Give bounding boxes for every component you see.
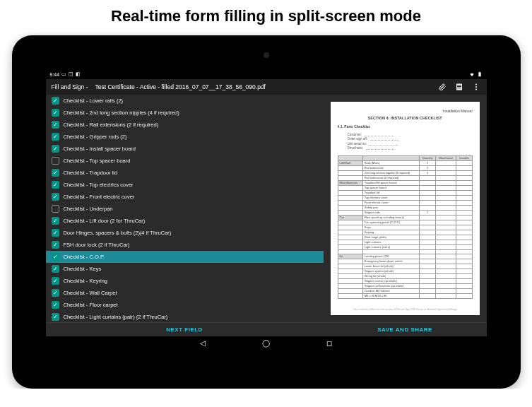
list-item-label: Checklist - Top spacer board bbox=[64, 158, 131, 164]
app-title: Fill and Sign - bbox=[52, 83, 88, 90]
list-item[interactable]: Checklist - Keys bbox=[46, 263, 324, 275]
checkbox[interactable] bbox=[52, 205, 59, 213]
device-screen: 9:44 ▭ ◫ ◧ Fill and Sign - Test Certific… bbox=[46, 69, 487, 349]
svg-rect-4 bbox=[457, 86, 461, 87]
svg-rect-1 bbox=[479, 71, 480, 72]
checkbox[interactable] bbox=[52, 217, 59, 225]
pdf-footer-note: This could be a filled out trial version… bbox=[338, 308, 473, 311]
checkbox[interactable] bbox=[52, 313, 59, 321]
page-caption: Real-time form filling in split-screen m… bbox=[111, 7, 421, 25]
list-item-label: FSH door lock (2 if ThruCar) bbox=[64, 242, 130, 248]
next-field-button[interactable]: NEXT FIELD bbox=[46, 322, 324, 336]
list-item-label: Checklist - Lift door (2 for ThruCar) bbox=[64, 218, 146, 224]
list-item[interactable]: FSH door lock (2 if ThruCar) bbox=[46, 239, 324, 251]
list-item[interactable]: Checklist - Install spacer board bbox=[46, 143, 324, 155]
nav-back-icon[interactable]: ◁ bbox=[200, 339, 206, 347]
list-item[interactable]: Door Hinges, spacers & bolts (2)(4 if Th… bbox=[46, 227, 324, 239]
checkbox[interactable] bbox=[52, 181, 59, 189]
checkbox[interactable] bbox=[52, 301, 59, 309]
checkbox[interactable] bbox=[52, 253, 59, 261]
list-item-label: Checklist - Wall Carpet bbox=[64, 290, 117, 296]
checkbox[interactable] bbox=[52, 121, 59, 129]
checkbox[interactable] bbox=[52, 241, 59, 249]
svg-point-8 bbox=[475, 89, 477, 90]
list-item[interactable]: Checklist - Lower rails (2) bbox=[46, 95, 324, 107]
list-item[interactable]: Checklist - Floor carpet bbox=[46, 299, 324, 311]
list-item[interactable]: Checklist - Top electrics cover bbox=[46, 179, 324, 191]
sync-icon: ◫ bbox=[69, 71, 73, 77]
svg-point-6 bbox=[475, 84, 477, 85]
list-item-label: Checklist - Lower rails (2) bbox=[64, 98, 124, 104]
document-preview-pane: Installation Manual SECTION 4: INSTALLAT… bbox=[324, 95, 487, 336]
list-item[interactable]: Checklist - Rail extensions (2 if requir… bbox=[46, 119, 324, 131]
form-field-list-pane: Checklist - Lower rails (2)Checklist - 2… bbox=[46, 95, 324, 336]
svg-rect-5 bbox=[457, 88, 461, 88]
pdf-parts-table: QuantityWarehouseInstallerLift/ShaftRail… bbox=[338, 155, 473, 299]
list-item-label: Checklist - Keyring bbox=[64, 278, 108, 284]
list-item-label: Checklist - Rail extensions (2 if requir… bbox=[64, 122, 159, 128]
document-title: Test Certificate - Active - filled 2016_… bbox=[95, 83, 430, 90]
android-nav-bar: ◁ ◯ ◻ bbox=[46, 336, 487, 349]
tab-icon: ▭ bbox=[61, 71, 66, 77]
tablet-camera bbox=[264, 52, 269, 58]
more-icon[interactable] bbox=[471, 82, 481, 92]
checkbox[interactable] bbox=[52, 145, 59, 153]
list-item-label: Checklist - Light curtains (pair) (2 if … bbox=[64, 314, 168, 320]
list-item-label: Checklist - Front electric cover bbox=[64, 194, 135, 200]
checkbox[interactable] bbox=[52, 289, 59, 297]
list-item-label: Checklist - Keys bbox=[64, 266, 102, 272]
attach-icon[interactable] bbox=[437, 82, 447, 92]
list-item[interactable]: Checklist - Light curtains (pair) (2 if … bbox=[46, 311, 324, 322]
list-item-label: Checklist - C.O.P. bbox=[64, 254, 105, 260]
list-item-label: Checklist - Gripper rods (2) bbox=[64, 134, 127, 140]
checkbox[interactable] bbox=[52, 133, 59, 141]
status-bar: 9:44 ▭ ◫ ◧ bbox=[46, 69, 487, 79]
list-item-label: Checklist - Install spacer board bbox=[64, 146, 136, 152]
checkbox[interactable] bbox=[52, 265, 59, 273]
nav-home-icon[interactable]: ◯ bbox=[262, 339, 270, 347]
checkbox[interactable] bbox=[52, 109, 59, 117]
svg-rect-3 bbox=[457, 85, 461, 85]
pdf-section-title: SECTION 4: INSTALLATION CHECKLIST bbox=[338, 116, 473, 120]
checklist[interactable]: Checklist - Lower rails (2)Checklist - 2… bbox=[46, 95, 324, 322]
tablet-frame: 9:44 ▭ ◫ ◧ Fill and Sign - Test Certific… bbox=[12, 35, 521, 389]
document-view-icon[interactable] bbox=[454, 82, 464, 92]
app-icon: ◧ bbox=[76, 71, 81, 77]
checkbox[interactable] bbox=[52, 193, 59, 201]
wifi-icon bbox=[469, 71, 475, 78]
status-time: 9:44 bbox=[50, 72, 60, 77]
pdf-subtitle: 4.1. Parts Checklist bbox=[338, 124, 473, 129]
list-item[interactable]: Checklist - C.O.P. bbox=[46, 251, 324, 263]
pdf-manual-label: Installation Manual bbox=[338, 109, 473, 113]
checkbox[interactable] bbox=[52, 277, 59, 285]
list-item[interactable]: Checklist - Wall Carpet bbox=[46, 287, 324, 299]
pdf-form-fields: Customer:Order sign off:Unit serial no:D… bbox=[348, 131, 473, 151]
list-item[interactable]: Checklist - Front electric cover bbox=[46, 191, 324, 203]
checkbox[interactable] bbox=[52, 157, 59, 165]
pdf-page[interactable]: Installation Manual SECTION 4: INSTALLAT… bbox=[331, 102, 480, 315]
checkbox[interactable] bbox=[52, 229, 59, 237]
list-item[interactable]: Checklist - Underpan bbox=[46, 203, 324, 215]
list-item[interactable]: Checklist - Top spacer board bbox=[46, 155, 324, 167]
app-bar: Fill and Sign - Test Certificate - Activ… bbox=[46, 79, 487, 95]
list-item-label: Door Hinges, spacers & bolts (2)(4 if Th… bbox=[64, 230, 172, 236]
save-share-button[interactable]: SAVE AND SHARE bbox=[324, 322, 487, 336]
list-item-label: Checklist - Underpan bbox=[64, 206, 113, 212]
checkbox[interactable] bbox=[52, 97, 59, 105]
list-item[interactable]: Checklist - Trapdoor lid bbox=[46, 167, 324, 179]
list-item[interactable]: Checklist - Lift door (2 for ThruCar) bbox=[46, 215, 324, 227]
list-item-label: Checklist - 2nd long section nipples (4 … bbox=[64, 110, 179, 116]
list-item-label: Checklist - Floor carpet bbox=[64, 302, 118, 308]
list-item[interactable]: Checklist - 2nd long section nipples (4 … bbox=[46, 107, 324, 119]
checkbox[interactable] bbox=[52, 169, 59, 177]
list-item[interactable]: Checklist - Keyring bbox=[46, 275, 324, 287]
nav-recent-icon[interactable]: ◻ bbox=[326, 339, 332, 347]
list-item[interactable]: Checklist - Gripper rods (2) bbox=[46, 131, 324, 143]
battery-icon bbox=[477, 71, 483, 78]
list-item-label: Checklist - Top electrics cover bbox=[64, 182, 134, 188]
svg-rect-0 bbox=[478, 72, 480, 76]
svg-point-7 bbox=[475, 86, 477, 88]
list-item-label: Checklist - Trapdoor lid bbox=[64, 170, 118, 176]
